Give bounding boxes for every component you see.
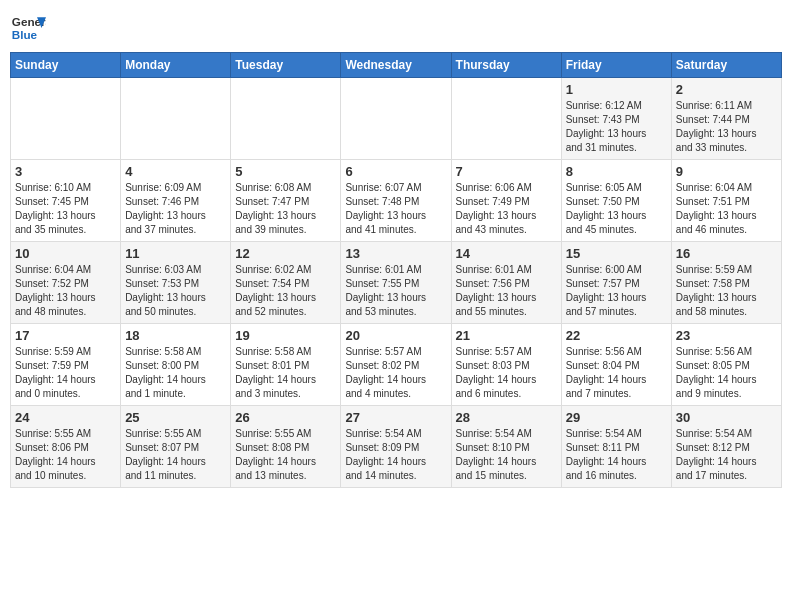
day-number: 22 <box>566 328 667 343</box>
calendar-cell: 23Sunrise: 5:56 AM Sunset: 8:05 PM Dayli… <box>671 324 781 406</box>
day-header-saturday: Saturday <box>671 53 781 78</box>
day-number: 26 <box>235 410 336 425</box>
cell-info: Sunrise: 5:56 AM Sunset: 8:05 PM Dayligh… <box>676 345 777 401</box>
day-number: 14 <box>456 246 557 261</box>
calendar-cell: 18Sunrise: 5:58 AM Sunset: 8:00 PM Dayli… <box>121 324 231 406</box>
day-number: 25 <box>125 410 226 425</box>
calendar-table: SundayMondayTuesdayWednesdayThursdayFrid… <box>10 52 782 488</box>
day-number: 4 <box>125 164 226 179</box>
day-header-sunday: Sunday <box>11 53 121 78</box>
page-header: General Blue <box>10 10 782 46</box>
cell-info: Sunrise: 5:55 AM Sunset: 8:08 PM Dayligh… <box>235 427 336 483</box>
svg-text:Blue: Blue <box>12 28 38 41</box>
cell-info: Sunrise: 5:58 AM Sunset: 8:01 PM Dayligh… <box>235 345 336 401</box>
calendar-cell <box>11 78 121 160</box>
day-number: 24 <box>15 410 116 425</box>
calendar-cell: 5Sunrise: 6:08 AM Sunset: 7:47 PM Daylig… <box>231 160 341 242</box>
cell-info: Sunrise: 6:02 AM Sunset: 7:54 PM Dayligh… <box>235 263 336 319</box>
calendar-cell: 14Sunrise: 6:01 AM Sunset: 7:56 PM Dayli… <box>451 242 561 324</box>
calendar-cell: 28Sunrise: 5:54 AM Sunset: 8:10 PM Dayli… <box>451 406 561 488</box>
calendar-cell: 22Sunrise: 5:56 AM Sunset: 8:04 PM Dayli… <box>561 324 671 406</box>
calendar-week-row: 3Sunrise: 6:10 AM Sunset: 7:45 PM Daylig… <box>11 160 782 242</box>
calendar-cell: 12Sunrise: 6:02 AM Sunset: 7:54 PM Dayli… <box>231 242 341 324</box>
cell-info: Sunrise: 6:06 AM Sunset: 7:49 PM Dayligh… <box>456 181 557 237</box>
calendar-cell: 20Sunrise: 5:57 AM Sunset: 8:02 PM Dayli… <box>341 324 451 406</box>
cell-info: Sunrise: 5:54 AM Sunset: 8:09 PM Dayligh… <box>345 427 446 483</box>
day-number: 17 <box>15 328 116 343</box>
cell-info: Sunrise: 5:54 AM Sunset: 8:10 PM Dayligh… <box>456 427 557 483</box>
cell-info: Sunrise: 5:56 AM Sunset: 8:04 PM Dayligh… <box>566 345 667 401</box>
calendar-cell: 9Sunrise: 6:04 AM Sunset: 7:51 PM Daylig… <box>671 160 781 242</box>
calendar-cell <box>341 78 451 160</box>
day-number: 2 <box>676 82 777 97</box>
day-number: 7 <box>456 164 557 179</box>
calendar-week-row: 1Sunrise: 6:12 AM Sunset: 7:43 PM Daylig… <box>11 78 782 160</box>
day-number: 10 <box>15 246 116 261</box>
logo: General Blue <box>10 10 46 46</box>
calendar-cell: 10Sunrise: 6:04 AM Sunset: 7:52 PM Dayli… <box>11 242 121 324</box>
cell-info: Sunrise: 5:57 AM Sunset: 8:03 PM Dayligh… <box>456 345 557 401</box>
cell-info: Sunrise: 5:55 AM Sunset: 8:06 PM Dayligh… <box>15 427 116 483</box>
cell-info: Sunrise: 6:07 AM Sunset: 7:48 PM Dayligh… <box>345 181 446 237</box>
cell-info: Sunrise: 5:54 AM Sunset: 8:12 PM Dayligh… <box>676 427 777 483</box>
day-number: 21 <box>456 328 557 343</box>
day-number: 28 <box>456 410 557 425</box>
calendar-cell: 21Sunrise: 5:57 AM Sunset: 8:03 PM Dayli… <box>451 324 561 406</box>
cell-info: Sunrise: 6:00 AM Sunset: 7:57 PM Dayligh… <box>566 263 667 319</box>
day-header-monday: Monday <box>121 53 231 78</box>
calendar-week-row: 10Sunrise: 6:04 AM Sunset: 7:52 PM Dayli… <box>11 242 782 324</box>
calendar-cell: 27Sunrise: 5:54 AM Sunset: 8:09 PM Dayli… <box>341 406 451 488</box>
calendar-cell: 7Sunrise: 6:06 AM Sunset: 7:49 PM Daylig… <box>451 160 561 242</box>
day-number: 30 <box>676 410 777 425</box>
day-number: 6 <box>345 164 446 179</box>
day-header-wednesday: Wednesday <box>341 53 451 78</box>
calendar-week-row: 24Sunrise: 5:55 AM Sunset: 8:06 PM Dayli… <box>11 406 782 488</box>
day-number: 8 <box>566 164 667 179</box>
day-number: 3 <box>15 164 116 179</box>
day-number: 20 <box>345 328 446 343</box>
cell-info: Sunrise: 5:57 AM Sunset: 8:02 PM Dayligh… <box>345 345 446 401</box>
cell-info: Sunrise: 5:59 AM Sunset: 7:59 PM Dayligh… <box>15 345 116 401</box>
day-number: 13 <box>345 246 446 261</box>
calendar-cell: 26Sunrise: 5:55 AM Sunset: 8:08 PM Dayli… <box>231 406 341 488</box>
cell-info: Sunrise: 6:08 AM Sunset: 7:47 PM Dayligh… <box>235 181 336 237</box>
day-header-thursday: Thursday <box>451 53 561 78</box>
day-number: 12 <box>235 246 336 261</box>
calendar-cell: 8Sunrise: 6:05 AM Sunset: 7:50 PM Daylig… <box>561 160 671 242</box>
day-number: 15 <box>566 246 667 261</box>
day-header-friday: Friday <box>561 53 671 78</box>
calendar-week-row: 17Sunrise: 5:59 AM Sunset: 7:59 PM Dayli… <box>11 324 782 406</box>
day-header-tuesday: Tuesday <box>231 53 341 78</box>
cell-info: Sunrise: 6:11 AM Sunset: 7:44 PM Dayligh… <box>676 99 777 155</box>
cell-info: Sunrise: 6:09 AM Sunset: 7:46 PM Dayligh… <box>125 181 226 237</box>
calendar-cell: 4Sunrise: 6:09 AM Sunset: 7:46 PM Daylig… <box>121 160 231 242</box>
logo-icon: General Blue <box>10 10 46 46</box>
day-number: 5 <box>235 164 336 179</box>
day-number: 11 <box>125 246 226 261</box>
day-number: 18 <box>125 328 226 343</box>
calendar-cell: 3Sunrise: 6:10 AM Sunset: 7:45 PM Daylig… <box>11 160 121 242</box>
calendar-cell: 19Sunrise: 5:58 AM Sunset: 8:01 PM Dayli… <box>231 324 341 406</box>
calendar-cell: 11Sunrise: 6:03 AM Sunset: 7:53 PM Dayli… <box>121 242 231 324</box>
calendar-cell <box>451 78 561 160</box>
cell-info: Sunrise: 6:10 AM Sunset: 7:45 PM Dayligh… <box>15 181 116 237</box>
calendar-cell: 2Sunrise: 6:11 AM Sunset: 7:44 PM Daylig… <box>671 78 781 160</box>
cell-info: Sunrise: 6:01 AM Sunset: 7:56 PM Dayligh… <box>456 263 557 319</box>
cell-info: Sunrise: 6:01 AM Sunset: 7:55 PM Dayligh… <box>345 263 446 319</box>
day-number: 1 <box>566 82 667 97</box>
day-number: 16 <box>676 246 777 261</box>
calendar-cell: 29Sunrise: 5:54 AM Sunset: 8:11 PM Dayli… <box>561 406 671 488</box>
cell-info: Sunrise: 6:04 AM Sunset: 7:52 PM Dayligh… <box>15 263 116 319</box>
cell-info: Sunrise: 5:54 AM Sunset: 8:11 PM Dayligh… <box>566 427 667 483</box>
calendar-cell: 24Sunrise: 5:55 AM Sunset: 8:06 PM Dayli… <box>11 406 121 488</box>
calendar-cell: 16Sunrise: 5:59 AM Sunset: 7:58 PM Dayli… <box>671 242 781 324</box>
calendar-cell <box>121 78 231 160</box>
day-number: 29 <box>566 410 667 425</box>
calendar-cell: 30Sunrise: 5:54 AM Sunset: 8:12 PM Dayli… <box>671 406 781 488</box>
cell-info: Sunrise: 6:03 AM Sunset: 7:53 PM Dayligh… <box>125 263 226 319</box>
cell-info: Sunrise: 5:55 AM Sunset: 8:07 PM Dayligh… <box>125 427 226 483</box>
calendar-cell <box>231 78 341 160</box>
day-number: 27 <box>345 410 446 425</box>
calendar-cell: 15Sunrise: 6:00 AM Sunset: 7:57 PM Dayli… <box>561 242 671 324</box>
calendar-cell: 25Sunrise: 5:55 AM Sunset: 8:07 PM Dayli… <box>121 406 231 488</box>
